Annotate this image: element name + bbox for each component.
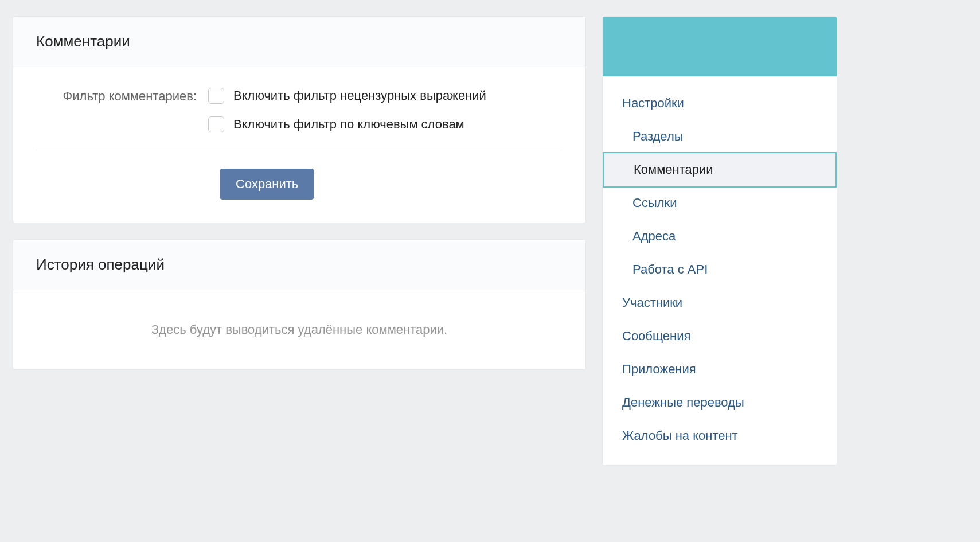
sidebar-item-4[interactable]: Адреса bbox=[603, 220, 837, 253]
checkbox-box-icon bbox=[208, 88, 224, 104]
sidebar-panel: НастройкиРазделыКомментарииСсылкиАдресаР… bbox=[602, 16, 837, 466]
checkbox-keywords[interactable]: Включить фильтр по ключевым словам bbox=[208, 116, 563, 132]
checkbox-keywords-label: Включить фильтр по ключевым словам bbox=[233, 117, 464, 132]
comments-panel-body: Фильтр комментариев: Включить фильтр нец… bbox=[13, 67, 585, 223]
history-panel-title: История операций bbox=[36, 256, 563, 274]
sidebar-item-9[interactable]: Денежные переводы bbox=[603, 386, 837, 419]
sidebar-item-6[interactable]: Участники bbox=[603, 286, 837, 319]
filter-controls: Включить фильтр нецензурных выражений Вк… bbox=[208, 88, 563, 132]
checkbox-profanity[interactable]: Включить фильтр нецензурных выражений bbox=[208, 88, 563, 104]
sidebar-banner bbox=[603, 17, 837, 76]
history-panel-body: Здесь будут выводиться удалённые коммент… bbox=[13, 290, 585, 369]
sidebar-item-5[interactable]: Работа с API bbox=[603, 253, 837, 286]
sidebar-nav: НастройкиРазделыКомментарииСсылкиАдресаР… bbox=[603, 76, 837, 465]
save-row: Сохранить bbox=[36, 169, 563, 200]
divider bbox=[36, 150, 563, 150]
history-empty-text: Здесь будут выводиться удалённые коммент… bbox=[151, 322, 447, 337]
checkbox-profanity-label: Включить фильтр нецензурных выражений bbox=[233, 88, 486, 103]
filter-label: Фильтр комментариев: bbox=[36, 88, 208, 104]
comments-panel-title: Комментарии bbox=[36, 33, 563, 50]
page-root: Комментарии Фильтр комментариев: Включит… bbox=[0, 0, 980, 482]
filter-row: Фильтр комментариев: Включить фильтр нец… bbox=[36, 88, 563, 132]
sidebar-item-3[interactable]: Ссылки bbox=[603, 186, 837, 220]
sidebar-item-8[interactable]: Приложения bbox=[603, 353, 837, 386]
sidebar-item-7[interactable]: Сообщения bbox=[603, 319, 837, 353]
sidebar-item-1[interactable]: Разделы bbox=[603, 120, 837, 153]
comments-panel-header: Комментарии bbox=[13, 17, 585, 67]
save-button[interactable]: Сохранить bbox=[220, 169, 314, 200]
history-panel: История операций Здесь будут выводиться … bbox=[13, 239, 586, 370]
sidebar-item-0[interactable]: Настройки bbox=[603, 87, 837, 120]
sidebar-column: НастройкиРазделыКомментарииСсылкиАдресаР… bbox=[602, 16, 837, 466]
checkbox-box-icon bbox=[208, 116, 224, 132]
main-column: Комментарии Фильтр комментариев: Включит… bbox=[13, 16, 586, 466]
comments-panel: Комментарии Фильтр комментариев: Включит… bbox=[13, 16, 586, 223]
history-panel-header: История операций bbox=[13, 240, 585, 290]
sidebar-item-2[interactable]: Комментарии bbox=[603, 152, 837, 188]
sidebar-item-10[interactable]: Жалобы на контент bbox=[603, 419, 837, 453]
